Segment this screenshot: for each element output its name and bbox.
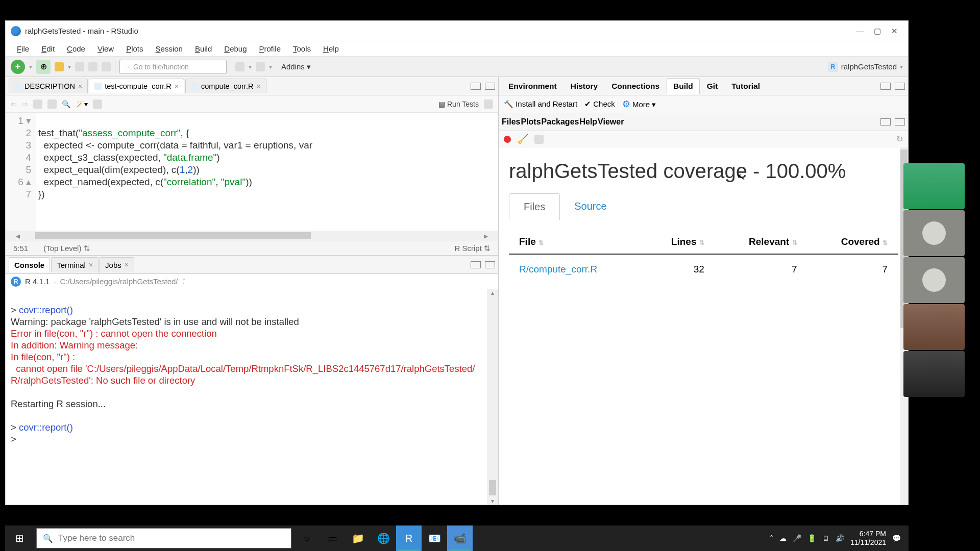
show-in-new-window[interactable] bbox=[33, 99, 42, 109]
col-file[interactable]: File ⇅ bbox=[509, 230, 642, 254]
project-menu[interactable]: R ralphGetsTested ▾ bbox=[828, 62, 903, 72]
tab-environment[interactable]: Environment bbox=[502, 78, 564, 94]
menu-code[interactable]: Code bbox=[61, 42, 91, 55]
rstudio-task-icon[interactable]: R bbox=[396, 525, 422, 551]
open-file-button[interactable] bbox=[55, 62, 64, 71]
table-row[interactable]: R/compute_corr.R 32 7 7 bbox=[509, 254, 898, 284]
explorer-icon[interactable]: 📁 bbox=[345, 525, 371, 551]
video-tile[interactable] bbox=[903, 210, 965, 256]
wand-button[interactable]: 🪄▾ bbox=[76, 100, 88, 108]
battery-icon[interactable]: 🔋 bbox=[807, 534, 816, 542]
tab-tutorial[interactable]: Tutorial bbox=[725, 78, 767, 94]
broom-icon[interactable]: 🧹 bbox=[517, 134, 528, 145]
source-options[interactable] bbox=[484, 99, 493, 109]
install-restart-button[interactable]: 🔨 Install and Restart bbox=[504, 99, 577, 109]
compile-button[interactable] bbox=[93, 99, 102, 109]
mic-icon[interactable]: 🎤 bbox=[793, 534, 801, 542]
run-tests-button[interactable]: ▤ Run Tests bbox=[438, 100, 479, 108]
console-output[interactable]: > covr::report() Warning: package 'ralph… bbox=[6, 289, 487, 505]
forward-button[interactable]: ⇨ bbox=[22, 100, 28, 108]
export-icon[interactable] bbox=[534, 135, 544, 144]
zoom-icon[interactable]: 📹 bbox=[447, 525, 473, 551]
new-file-button[interactable]: + bbox=[11, 60, 25, 74]
tab-packages[interactable]: Packages bbox=[542, 117, 579, 127]
menu-help[interactable]: Help bbox=[317, 42, 345, 55]
tab-files[interactable]: Files bbox=[502, 117, 520, 127]
tab-viewer[interactable]: Viewer bbox=[598, 117, 624, 127]
back-button[interactable]: ⇦ bbox=[11, 100, 17, 108]
notifications-icon[interactable]: 💬 bbox=[892, 534, 901, 542]
coverage-tab-files[interactable]: Files bbox=[509, 193, 560, 220]
tab-history[interactable]: History bbox=[564, 78, 604, 94]
check-button[interactable]: ✔ Check bbox=[584, 99, 615, 109]
more-menu[interactable]: ⚙ More ▾ bbox=[622, 98, 656, 110]
working-dir[interactable]: C:/Users/pileggis/ralphGetsTested/ bbox=[60, 277, 178, 286]
grid-button[interactable] bbox=[235, 62, 244, 71]
tab-jobs[interactable]: Jobs × bbox=[100, 257, 134, 272]
volume-icon[interactable]: 🔊 bbox=[836, 534, 844, 542]
start-button[interactable]: ⊞ bbox=[5, 525, 34, 551]
tab-plots[interactable]: Plots bbox=[521, 117, 541, 127]
addins-menu[interactable]: Addins ▾ bbox=[276, 62, 316, 71]
filetype-selector[interactable]: R Script ⇅ bbox=[454, 244, 491, 253]
goto-dir-icon[interactable]: ⤴ bbox=[182, 277, 186, 286]
console-scrollbar[interactable]: ▴ ▾ bbox=[487, 289, 498, 505]
windows-search[interactable]: 🔍 bbox=[36, 528, 291, 548]
new-project-button[interactable]: ⊕ bbox=[36, 60, 51, 74]
open-recent-dropdown[interactable]: ▾ bbox=[68, 63, 71, 70]
minimize-pane-icon[interactable] bbox=[471, 261, 481, 268]
menu-profile[interactable]: Profile bbox=[253, 42, 287, 55]
clock[interactable]: 6:47 PM 11/11/2021 bbox=[850, 530, 886, 547]
panes-button[interactable] bbox=[256, 62, 265, 71]
video-tile[interactable] bbox=[903, 304, 965, 350]
minimize-pane-icon[interactable] bbox=[880, 118, 891, 126]
code-editor[interactable]: 1 ▾23456 ▴7 test_that("assess_compute_co… bbox=[6, 113, 498, 231]
menu-view[interactable]: View bbox=[91, 42, 120, 55]
menu-plots[interactable]: Plots bbox=[120, 42, 149, 55]
scope-selector[interactable]: (Top Level) ⇅ bbox=[43, 244, 90, 253]
new-file-dropdown[interactable]: ▾ bbox=[29, 63, 32, 70]
display-icon[interactable]: 🖥 bbox=[822, 534, 829, 542]
goto-file-input[interactable]: → Go to file/function bbox=[119, 60, 227, 74]
video-tile[interactable] bbox=[903, 257, 965, 303]
menu-debug[interactable]: Debug bbox=[218, 42, 253, 55]
print-button[interactable] bbox=[102, 62, 111, 71]
tab-compute-corr[interactable]: compute_corr.R × bbox=[185, 79, 266, 93]
menu-build[interactable]: Build bbox=[189, 42, 218, 55]
task-view-icon[interactable]: ▭ bbox=[320, 525, 345, 551]
tab-terminal[interactable]: Terminal × bbox=[51, 257, 99, 272]
close-tab-icon[interactable]: × bbox=[256, 82, 260, 90]
onedrive-icon[interactable]: ☁ bbox=[779, 534, 787, 542]
minimize-pane-icon[interactable] bbox=[880, 83, 891, 90]
minimize-button[interactable]: — bbox=[856, 27, 864, 36]
horizontal-scrollbar[interactable]: ◂ ▸ bbox=[6, 231, 498, 241]
coverage-tab-source[interactable]: Source bbox=[560, 193, 621, 220]
menu-session[interactable]: Session bbox=[150, 42, 189, 55]
minimize-pane-icon[interactable] bbox=[471, 83, 481, 90]
tab-connections[interactable]: Connections bbox=[605, 78, 666, 94]
video-tile[interactable] bbox=[903, 163, 965, 209]
chrome-icon[interactable]: 🌐 bbox=[371, 525, 396, 551]
maximize-button[interactable]: ▢ bbox=[874, 27, 881, 36]
close-button[interactable]: ✕ bbox=[891, 27, 898, 36]
close-tab-icon[interactable]: × bbox=[78, 82, 82, 90]
menu-edit[interactable]: Edit bbox=[35, 42, 61, 55]
clear-viewer-icon[interactable] bbox=[504, 136, 511, 143]
file-link[interactable]: R/compute_corr.R bbox=[509, 254, 642, 284]
close-tab-icon[interactable]: × bbox=[175, 82, 179, 90]
maximize-pane-icon[interactable] bbox=[895, 83, 905, 90]
tab-build[interactable]: Build bbox=[667, 78, 700, 94]
col-relevant[interactable]: Relevant ⇅ bbox=[715, 230, 807, 254]
menu-tools[interactable]: Tools bbox=[287, 42, 317, 55]
save-all-button[interactable] bbox=[88, 62, 97, 71]
tab-git[interactable]: Git bbox=[700, 78, 725, 94]
tray-up-icon[interactable]: ˄ bbox=[770, 534, 773, 542]
video-tile[interactable] bbox=[903, 351, 965, 397]
find-button[interactable]: 🔍 bbox=[62, 100, 70, 108]
tab-help[interactable]: Help bbox=[579, 117, 597, 127]
menu-file[interactable]: File bbox=[11, 42, 35, 55]
tab-test-compute-corr[interactable]: test-compute_corr.R × bbox=[89, 79, 184, 93]
refresh-icon[interactable]: ↻ bbox=[896, 134, 903, 144]
maximize-pane-icon[interactable] bbox=[485, 83, 495, 90]
tab-description[interactable]: DESCRIPTION × bbox=[9, 79, 88, 93]
